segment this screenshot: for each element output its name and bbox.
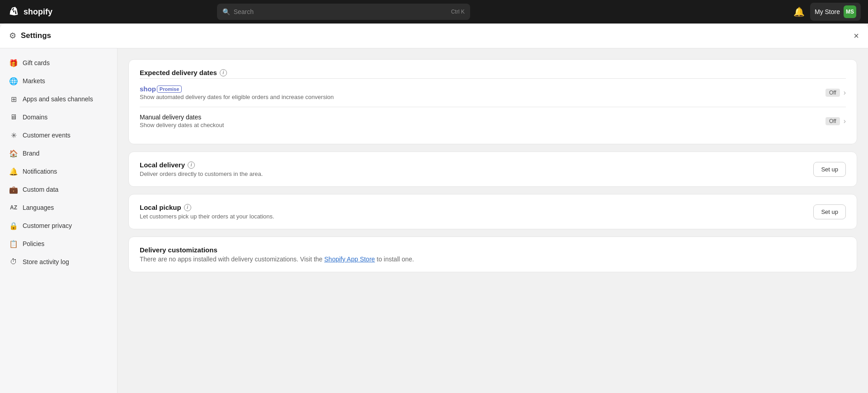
- topbar: shopify 🔍 Ctrl K 🔔 My Store MS: [0, 0, 868, 24]
- shop-promise-toggle[interactable]: Off: [826, 89, 840, 97]
- modal-body: 🎁 Gift cards 🌐 Markets ⊞ Apps and sales …: [0, 48, 868, 393]
- settings-sidebar: 🎁 Gift cards 🌐 Markets ⊞ Apps and sales …: [0, 48, 118, 393]
- manual-delivery-title: Manual delivery dates: [140, 114, 826, 121]
- gift-cards-icon: 🎁: [9, 58, 18, 67]
- manual-delivery-toggle[interactable]: Off: [826, 117, 840, 125]
- sidebar-item-brand[interactable]: 🏠 Brand: [4, 144, 113, 162]
- apps-sales-icon: ⊞: [9, 95, 18, 104]
- sidebar-item-label: Policies: [23, 240, 44, 247]
- shop-promise-desc: Show automated delivery dates for eligib…: [140, 94, 826, 100]
- delivery-customizations-title: Delivery customizations: [140, 246, 846, 254]
- logo-text: shopify: [24, 7, 52, 17]
- local-delivery-setup-button[interactable]: Set up: [813, 162, 846, 177]
- shop-promise-brand: shop Promise: [140, 85, 182, 93]
- expected-delivery-card: Expected delivery dates i shop Promise: [128, 59, 857, 144]
- local-delivery-left: Local delivery i Deliver orders directly…: [140, 161, 263, 177]
- shopify-app-store-link[interactable]: Shopify App Store: [324, 256, 375, 263]
- sidebar-item-label: Customer privacy: [23, 222, 72, 229]
- sidebar-item-domains[interactable]: 🖥 Domains: [4, 108, 113, 126]
- store-activity-log-icon: ⏱: [9, 257, 18, 266]
- main-content: Expected delivery dates i shop Promise: [118, 48, 868, 393]
- modal-overlay: ⚙ Settings × 🎁 Gift cards 🌐 Markets ⊞ Ap…: [0, 24, 868, 393]
- delivery-customizations-card: Delivery customizations There are no app…: [128, 237, 857, 272]
- policies-icon: 📋: [9, 239, 18, 248]
- store-name: My Store: [815, 8, 840, 15]
- manual-delivery-right: Off ›: [826, 117, 846, 125]
- local-delivery-info-icon[interactable]: i: [188, 161, 195, 169]
- store-switcher-button[interactable]: My Store MS: [810, 3, 861, 21]
- search-bar[interactable]: 🔍 Ctrl K: [217, 4, 470, 20]
- customer-events-icon: ✳: [9, 131, 18, 140]
- sidebar-item-store-activity-log[interactable]: ⏱ Store activity log: [4, 253, 113, 271]
- sidebar-item-notifications[interactable]: 🔔 Notifications: [4, 162, 113, 180]
- manual-delivery-content: Manual delivery dates Show delivery date…: [140, 114, 826, 128]
- shop-promise-row[interactable]: shop Promise Show automated delivery dat…: [140, 78, 846, 107]
- search-icon: 🔍: [222, 8, 230, 15]
- promise-badge: Promise: [157, 85, 182, 93]
- local-pickup-info-icon[interactable]: i: [184, 204, 191, 211]
- local-delivery-desc: Deliver orders directly to customers in …: [140, 170, 263, 177]
- shop-promise-chevron-icon: ›: [844, 89, 846, 97]
- sidebar-item-label: Markets: [23, 77, 45, 85]
- manual-delivery-desc: Show delivery dates at checkout: [140, 122, 826, 128]
- shop-text: shop: [140, 85, 156, 93]
- shop-promise-right: Off ›: [826, 89, 846, 97]
- shopify-logo-icon: [7, 5, 20, 18]
- sidebar-item-label: Gift cards: [23, 59, 50, 66]
- manual-delivery-row[interactable]: Manual delivery dates Show delivery date…: [140, 107, 846, 135]
- topbar-right: 🔔 My Store MS: [793, 3, 861, 21]
- sidebar-item-label: Languages: [23, 204, 54, 211]
- settings-gear-icon: ⚙: [9, 31, 16, 41]
- logo[interactable]: shopify: [7, 5, 52, 18]
- sidebar-item-label: Customer events: [23, 132, 71, 139]
- search-input[interactable]: [234, 8, 448, 15]
- expected-delivery-info-icon[interactable]: i: [220, 69, 227, 76]
- sidebar-item-custom-data[interactable]: 💼 Custom data: [4, 180, 113, 199]
- local-delivery-title: Local delivery i: [140, 161, 263, 169]
- sidebar-item-apps-sales[interactable]: ⊞ Apps and sales channels: [4, 90, 113, 108]
- expected-delivery-title: Expected delivery dates i: [140, 69, 846, 76]
- notifications-bell-button[interactable]: 🔔: [793, 7, 805, 16]
- local-pickup-setup-button[interactable]: Set up: [813, 204, 846, 219]
- sidebar-item-customer-events[interactable]: ✳ Customer events: [4, 126, 113, 144]
- sidebar-item-label: Apps and sales channels: [23, 95, 93, 103]
- sidebar-item-languages[interactable]: AZ Languages: [4, 199, 113, 217]
- delivery-customizations-desc: There are no apps installed with deliver…: [140, 256, 846, 263]
- sidebar-item-label: Store activity log: [23, 258, 69, 265]
- shop-promise-title: shop Promise: [140, 85, 826, 93]
- custom-data-icon: 💼: [9, 185, 18, 194]
- customer-privacy-icon: 🔒: [9, 221, 18, 230]
- sidebar-item-label: Brand: [23, 150, 39, 157]
- local-pickup-desc: Let customers pick up their orders at yo…: [140, 213, 274, 220]
- markets-icon: 🌐: [9, 76, 18, 85]
- brand-icon: 🏠: [9, 149, 18, 158]
- local-pickup-left: Local pickup i Let customers pick up the…: [140, 204, 274, 220]
- languages-icon: AZ: [9, 203, 18, 212]
- sidebar-item-label: Domains: [23, 114, 47, 121]
- sidebar-item-gift-cards[interactable]: 🎁 Gift cards: [4, 54, 113, 72]
- modal-title: Settings: [21, 31, 51, 40]
- local-pickup-card: Local pickup i Let customers pick up the…: [128, 194, 857, 229]
- modal-header: ⚙ Settings ×: [0, 24, 868, 48]
- avatar: MS: [844, 5, 856, 18]
- settings-modal: ⚙ Settings × 🎁 Gift cards 🌐 Markets ⊞ Ap…: [0, 24, 868, 393]
- shop-promise-content: shop Promise Show automated delivery dat…: [140, 85, 826, 100]
- domains-icon: 🖥: [9, 113, 18, 122]
- sidebar-item-customer-privacy[interactable]: 🔒 Customer privacy: [4, 217, 113, 235]
- manual-delivery-chevron-icon: ›: [844, 117, 846, 125]
- notifications-icon: 🔔: [9, 167, 18, 176]
- local-pickup-title: Local pickup i: [140, 204, 274, 211]
- sidebar-item-markets[interactable]: 🌐 Markets: [4, 72, 113, 90]
- modal-close-button[interactable]: ×: [854, 31, 859, 40]
- sidebar-item-label: Custom data: [23, 186, 58, 193]
- local-delivery-card: Local delivery i Deliver orders directly…: [128, 152, 857, 187]
- sidebar-item-policies[interactable]: 📋 Policies: [4, 235, 113, 253]
- search-shortcut: Ctrl K: [451, 9, 465, 15]
- delivery-customizations-desc-pre: There are no apps installed with deliver…: [140, 256, 324, 263]
- delivery-customizations-desc-post: to install one.: [375, 256, 414, 263]
- sidebar-item-label: Notifications: [23, 168, 57, 175]
